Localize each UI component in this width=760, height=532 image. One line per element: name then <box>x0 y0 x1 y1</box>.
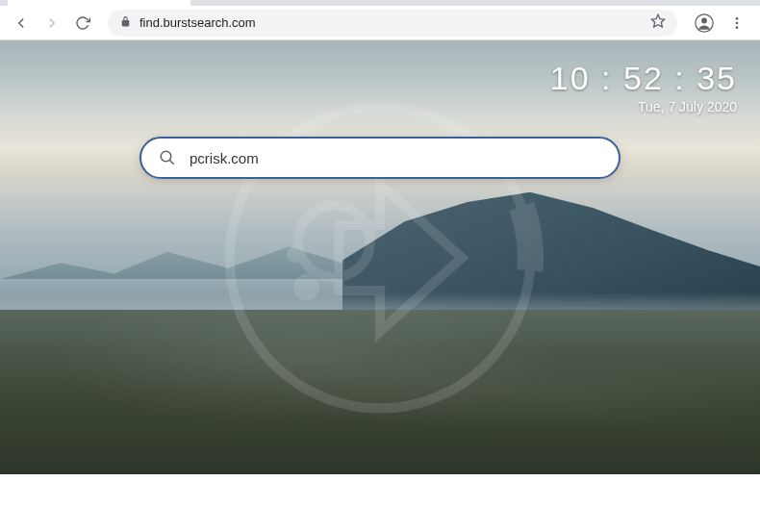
svg-point-12 <box>701 17 707 23</box>
menu-button[interactable] <box>722 8 752 38</box>
search-icon <box>159 149 176 166</box>
browser-toolbar: find.burstsearch.com <box>0 6 760 40</box>
tab-strip: Burst Search <box>0 0 760 6</box>
profile-button[interactable] <box>689 8 720 38</box>
clock-time: 10 : 52 : 35 <box>550 60 737 97</box>
svg-point-14 <box>736 21 739 24</box>
forward-button[interactable] <box>38 10 65 37</box>
address-bar[interactable]: find.burstsearch.com <box>108 10 677 37</box>
svg-marker-10 <box>651 14 664 27</box>
svg-line-22 <box>169 160 174 165</box>
svg-point-21 <box>161 151 171 162</box>
page-content: 10 : 52 : 35 Tue, 7 July 2020 <box>0 40 760 474</box>
svg-point-15 <box>736 26 739 29</box>
browser-tab[interactable]: Burst Search <box>8 0 190 6</box>
clock-widget: 10 : 52 : 35 Tue, 7 July 2020 <box>550 60 737 114</box>
url-text: find.burstsearch.com <box>139 15 643 30</box>
search-box[interactable] <box>139 137 621 179</box>
back-button[interactable] <box>8 10 35 37</box>
svg-point-13 <box>736 17 739 20</box>
star-icon[interactable] <box>650 13 666 32</box>
reload-button[interactable] <box>69 10 96 37</box>
new-tab-button[interactable] <box>194 0 221 4</box>
lock-icon <box>119 15 132 31</box>
clock-date: Tue, 7 July 2020 <box>550 99 737 114</box>
search-input[interactable] <box>190 150 601 166</box>
